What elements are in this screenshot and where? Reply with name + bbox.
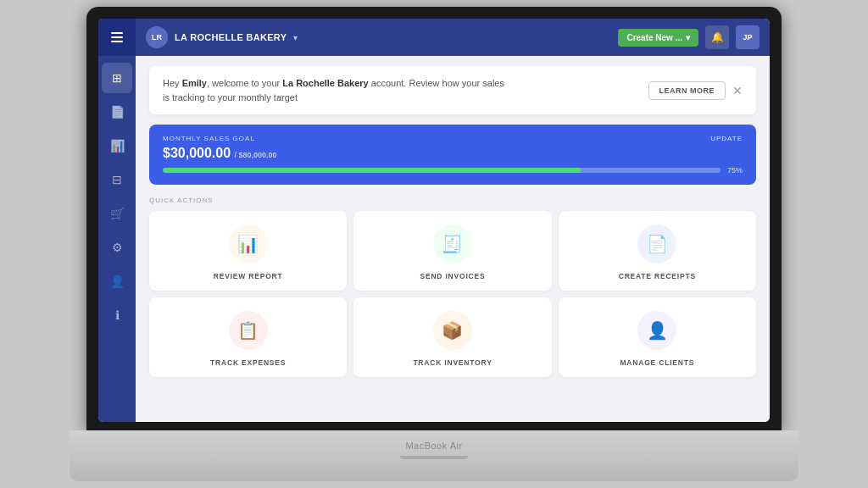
chevron-down-icon: ▾ xyxy=(686,33,690,42)
welcome-company: La Rochelle Bakery xyxy=(282,78,369,88)
user-avatar[interactable]: JP xyxy=(736,25,760,49)
send-invoices-icon: 🧾 xyxy=(433,225,472,263)
laptop-wrapper: ⊞ 📄 📊 ⊟ 🛒 ⚙ 👤 ℹ LR LA ROCHELLE BAKERY xyxy=(70,7,798,481)
quick-actions-label: QUICK ACTIONS xyxy=(149,197,756,204)
bell-icon: 🔔 xyxy=(711,31,724,43)
review-report-label: REVIEW REPORT xyxy=(214,272,283,280)
welcome-name: Emily xyxy=(182,78,207,88)
progress-bar-fill xyxy=(163,168,581,173)
hamburger-button[interactable] xyxy=(98,19,136,56)
screen-bezel: ⊞ 📄 📊 ⊟ 🛒 ⚙ 👤 ℹ LR LA ROCHELLE BAKERY xyxy=(86,7,782,430)
welcome-line1-pre: Hey xyxy=(163,78,182,88)
welcome-banner: Hey Emily, welcome to your La Rochelle B… xyxy=(149,66,756,114)
review-report-icon: 📊 xyxy=(229,225,268,263)
welcome-line1-post: , welcome to your xyxy=(207,78,282,88)
sidebar-item-shop[interactable]: 🛒 xyxy=(102,198,132,229)
action-card-track-inventory[interactable]: 📦 TRACK INVENTORY xyxy=(353,297,551,377)
sidebar-item-documents[interactable]: 📄 xyxy=(102,97,132,127)
learn-more-button[interactable]: LEARN MORE xyxy=(648,81,726,100)
laptop-base xyxy=(70,430,798,481)
topbar: LR LA ROCHELLE BAKERY ▾ Create New ... ▾… xyxy=(136,19,770,56)
main-content: LR LA ROCHELLE BAKERY ▾ Create New ... ▾… xyxy=(136,19,770,422)
action-card-manage-clients[interactable]: 👤 MANAGE CLIENTS xyxy=(559,297,756,377)
close-banner-button[interactable]: ✕ xyxy=(732,85,743,97)
sales-goal-header: MONTHLY SALES GOAL UPDATE xyxy=(163,135,743,142)
content-area: Hey Emily, welcome to your La Rochelle B… xyxy=(136,56,770,422)
action-card-send-invoices[interactable]: 🧾 SEND INVOICES xyxy=(353,211,551,291)
action-card-review-report[interactable]: 📊 REVIEW REPORT xyxy=(149,211,347,291)
progress-row: 75% xyxy=(163,166,743,175)
create-receipts-label: CREATE RECEIPTS xyxy=(619,272,696,280)
track-inventory-icon: 📦 xyxy=(433,311,472,350)
manage-clients-icon: 👤 xyxy=(637,311,676,350)
action-card-track-expenses[interactable]: 📋 TRACK EXPENSES xyxy=(149,297,347,377)
welcome-line2: is tracking to your monthly target xyxy=(163,92,298,103)
sidebar-item-settings[interactable]: ⚙ xyxy=(102,232,132,263)
sidebar-item-profile[interactable]: 👤 xyxy=(102,266,132,297)
track-expenses-label: TRACK EXPENSES xyxy=(210,358,286,367)
sidebar-item-grid[interactable]: ⊟ xyxy=(102,164,132,195)
sales-goal-target: / $80,000.00 xyxy=(235,151,277,159)
track-expenses-icon: 📋 xyxy=(229,311,268,350)
brand-name: LA ROCHELLE BAKERY xyxy=(175,32,287,42)
notifications-button[interactable]: 🔔 xyxy=(705,25,729,49)
sidebar-item-reports[interactable]: 📊 xyxy=(102,130,132,161)
progress-percentage: 75% xyxy=(727,166,743,175)
sidebar-item-info[interactable]: ℹ xyxy=(102,300,132,330)
create-new-button[interactable]: Create New ... ▾ xyxy=(618,29,698,47)
create-receipts-icon: 📄 xyxy=(637,225,676,263)
sidebar-nav: ⊞ 📄 📊 ⊟ 🛒 ⚙ 👤 ℹ xyxy=(102,56,132,422)
progress-bar-background xyxy=(163,168,721,173)
manage-clients-label: MANAGE CLIENTS xyxy=(620,358,694,367)
welcome-actions: LEARN MORE ✕ xyxy=(648,81,743,100)
sidebar: ⊞ 📄 📊 ⊟ 🛒 ⚙ 👤 ℹ xyxy=(98,19,136,422)
sales-goal-amount: $30,000.00 / $80,000.00 xyxy=(163,146,743,161)
track-inventory-label: TRACK INVENTORY xyxy=(413,358,492,367)
chevron-down-icon: ▾ xyxy=(293,33,298,42)
action-card-create-receipts[interactable]: 📄 CREATE RECEIPTS xyxy=(559,211,756,291)
update-button[interactable]: UPDATE xyxy=(710,135,743,142)
quick-actions-section: QUICK ACTIONS 📊 REVIEW REPORT 🧾 SEND INV… xyxy=(149,197,756,377)
welcome-text: Hey Emily, welcome to your La Rochelle B… xyxy=(163,76,504,104)
welcome-line1-end: account. Review how your sales xyxy=(369,78,504,88)
create-new-label: Create New ... xyxy=(626,33,682,42)
topbar-actions: Create New ... ▾ 🔔 JP xyxy=(618,25,760,49)
brand-section: LR LA ROCHELLE BAKERY ▾ xyxy=(136,26,308,48)
sidebar-item-dashboard[interactable]: ⊞ xyxy=(102,63,132,93)
quick-actions-grid: 📊 REVIEW REPORT 🧾 SEND INVOICES 📄 CREATE… xyxy=(149,211,756,377)
sales-goal-card: MONTHLY SALES GOAL UPDATE $30,000.00 / $… xyxy=(149,125,756,185)
send-invoices-label: SEND INVOICES xyxy=(420,272,485,280)
sales-goal-label: MONTHLY SALES GOAL xyxy=(163,135,255,142)
amount-value: $30,000.00 xyxy=(163,146,231,160)
laptop-screen: ⊞ 📄 📊 ⊟ 🛒 ⚙ 👤 ℹ LR LA ROCHELLE BAKERY xyxy=(98,19,770,422)
hamburger-icon xyxy=(111,32,123,42)
brand-avatar: LR xyxy=(146,26,168,48)
